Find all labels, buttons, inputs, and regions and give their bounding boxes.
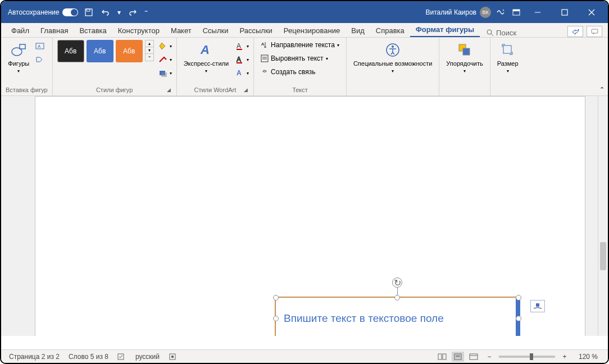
svg-rect-33 [536,303,539,307]
svg-rect-13 [20,44,25,49]
search-box[interactable]: Поиск [487,29,516,37]
shapes-button[interactable]: Фигуры ▾ [6,40,31,75]
vertical-scrollbar[interactable] [598,96,608,336]
resize-handle[interactable] [516,316,521,321]
tab-review[interactable]: Рецензирование [278,24,346,37]
language-indicator[interactable]: русский [131,353,164,361]
express-styles-button[interactable]: A Экспресс-стили ▾ [181,40,231,75]
ribbon-display-icon[interactable] [510,6,522,19]
tab-layout[interactable]: Макет [165,24,197,37]
coming-soon-icon[interactable] [494,6,507,19]
text-effects-button[interactable]: A▾ [235,67,249,79]
comments-button[interactable] [587,26,602,37]
undo-dropdown-icon[interactable]: ▾ [116,6,122,19]
svg-text:A: A [200,43,210,57]
style-scroll-up[interactable]: ▴ [146,40,153,47]
resize-handle[interactable] [273,295,279,301]
zoom-level[interactable]: 120 % [574,353,602,361]
group-shape-styles: Абв Абв Абв ▴ ▾ ⁼ ▾ ▾ ▾ Стили фигур◢ [53,38,177,95]
close-button[interactable] [580,4,603,20]
svg-line-10 [491,34,493,36]
svg-rect-32 [503,46,511,53]
shape-style-1[interactable]: Абв [57,40,84,62]
size-button[interactable]: Размер ▾ [495,40,521,75]
chevron-down-icon: ▾ [463,69,466,74]
shape-effects-button[interactable]: ▾ [158,67,172,79]
read-mode-button[interactable] [436,352,448,362]
tab-home[interactable]: Главная [35,24,74,37]
rotate-handle[interactable]: ↻ [392,277,402,288]
text-fill-button[interactable]: A▾ [235,40,249,52]
shape-style-3[interactable]: Абв [116,40,143,62]
chevron-down-icon: ▾ [507,69,509,74]
save-icon[interactable] [83,6,95,19]
shape-outline-button[interactable]: ▾ [158,53,172,66]
svg-point-29 [392,46,394,48]
svg-rect-31 [463,48,470,55]
qat-customize-icon[interactable]: ⁼ [143,6,149,19]
tab-insert[interactable]: Вставка [74,24,112,37]
print-layout-button[interactable] [452,352,464,362]
accessibility-button[interactable]: Специальные возможности ▾ [351,40,434,75]
tab-help[interactable]: Справка [370,24,410,37]
dialog-launcher-icon[interactable]: ◢ [244,87,248,93]
zoom-out-button[interactable]: − [483,352,496,362]
svg-rect-42 [470,354,478,360]
redo-icon[interactable] [126,6,139,19]
arrange-button[interactable]: Упорядочить ▾ [444,40,485,75]
statusbar: Страница 2 из 2 Слово 5 из 8 русский − +… [1,349,608,363]
undo-icon[interactable] [99,6,112,19]
create-link-button[interactable]: Создать связь [258,67,342,77]
resize-handle[interactable] [273,316,279,321]
svg-rect-4 [513,10,520,11]
macro-icon[interactable] [164,353,181,361]
text-direction-button[interactable]: AНаправление текста▾ [258,40,342,50]
shape-fill-button[interactable]: ▾ [158,40,172,52]
web-layout-button[interactable] [467,352,480,362]
svg-rect-17 [161,72,167,77]
autosave-toggle[interactable]: Автосохранение [8,8,78,16]
svg-point-9 [487,30,492,34]
shape-style-2[interactable]: Абв [87,40,113,62]
spelling-icon[interactable] [113,353,131,361]
layout-options-button[interactable] [530,300,545,312]
tab-view[interactable]: Вид [346,24,370,37]
group-label-text: Текст [258,85,342,94]
tab-file[interactable]: Файл [6,24,35,37]
resize-handle[interactable] [394,295,400,301]
style-more[interactable]: ⁼ [146,54,153,61]
tab-shape-format[interactable]: Формат фигуры [410,23,480,37]
style-scroll-down[interactable]: ▾ [146,47,153,54]
svg-point-2 [503,10,504,11]
user-avatar[interactable]: ВК [480,7,491,18]
dialog-launcher-icon[interactable]: ◢ [167,87,171,93]
text-box-shape[interactable]: Впишите текст в текстовое поле ↻ [275,297,520,336]
collapse-ribbon-icon[interactable]: ⌃ [599,86,605,93]
svg-rect-11 [592,29,598,33]
ribbon: Фигуры ▾ A Вставка фигур Абв Абв Абв ▴ ▾… [1,38,608,96]
word-count[interactable]: Слово 5 из 8 [64,353,113,361]
tab-design[interactable]: Конструктор [112,24,165,37]
scrollbar-thumb[interactable] [600,242,606,270]
edit-shape-button[interactable] [34,53,47,66]
page-indicator[interactable]: Страница 2 из 2 [4,353,64,361]
draw-textbox-button[interactable]: A [34,40,47,52]
group-wordart-styles: A Экспресс-стили ▾ A▾ A▾ A▾ Стили WordAr… [177,38,254,95]
text-outline-button[interactable]: A▾ [235,53,249,66]
svg-rect-25 [261,55,268,62]
zoom-slider[interactable] [499,356,555,358]
zoom-in-button[interactable]: + [558,352,571,362]
resize-handle[interactable] [516,295,521,301]
maximize-button[interactable] [553,4,576,20]
tab-references[interactable]: Ссылки [197,24,234,37]
share-button[interactable] [567,26,583,37]
search-icon [487,29,494,37]
group-label-shape-styles: Стили фигур◢ [57,85,172,94]
align-text-button[interactable]: Выровнять текст▾ [258,53,342,63]
group-insert-shapes: Фигуры ▾ A Вставка фигур [1,38,53,95]
tab-mailings[interactable]: Рассылки [234,24,278,37]
svg-rect-6 [562,10,567,15]
minimize-button[interactable] [526,4,549,20]
textbox-content[interactable]: Впишите текст в текстовое поле [284,312,444,325]
svg-rect-1 [87,9,90,11]
